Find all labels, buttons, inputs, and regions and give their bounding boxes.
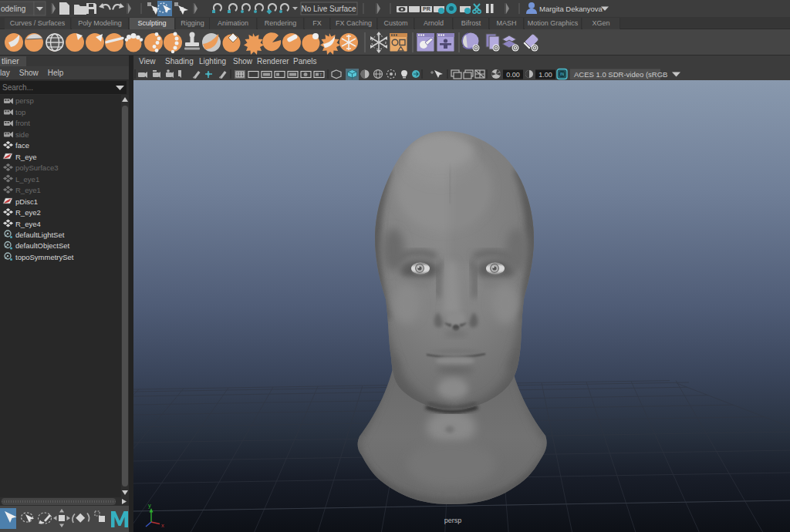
svg-text:PR: PR xyxy=(423,6,430,12)
svg-text:ACES 1.0 SDR-video (sRGB: ACES 1.0 SDR-video (sRGB xyxy=(574,70,667,79)
svg-text:R_eye4: R_eye4 xyxy=(15,220,41,228)
svg-text:topoSymmetrySet: topoSymmetrySet xyxy=(15,253,74,261)
svg-text:No Live Surface: No Live Surface xyxy=(301,5,356,13)
svg-text:side: side xyxy=(15,130,29,139)
svg-text:x: x xyxy=(161,522,164,529)
svg-text:persp: persp xyxy=(444,517,462,524)
svg-text:y: y xyxy=(148,502,151,509)
svg-text:odeling: odeling xyxy=(1,5,25,13)
svg-text:front: front xyxy=(15,119,30,127)
svg-text:Margita Dekanyova: Margita Dekanyova xyxy=(539,5,603,13)
svg-text:R_eye1: R_eye1 xyxy=(15,186,41,194)
svg-text:T: T xyxy=(319,72,322,77)
svg-text:persp: persp xyxy=(15,96,34,105)
svg-text:IN: IN xyxy=(560,72,564,76)
svg-text:R_eye2: R_eye2 xyxy=(15,208,41,217)
svg-text:pDisc1: pDisc1 xyxy=(15,197,38,206)
svg-text:defaultObjectSet: defaultObjectSet xyxy=(15,241,70,250)
svg-text:1.00: 1.00 xyxy=(538,71,552,79)
svg-text:top: top xyxy=(15,108,25,116)
svg-text:defaultLightSet: defaultLightSet xyxy=(15,231,65,239)
svg-text:L_eye1: L_eye1 xyxy=(15,175,39,184)
svg-text:0.00: 0.00 xyxy=(506,71,520,79)
svg-text:polySurface3: polySurface3 xyxy=(15,163,58,172)
svg-text:face: face xyxy=(15,141,29,150)
svg-text:R_eye: R_eye xyxy=(15,153,36,161)
